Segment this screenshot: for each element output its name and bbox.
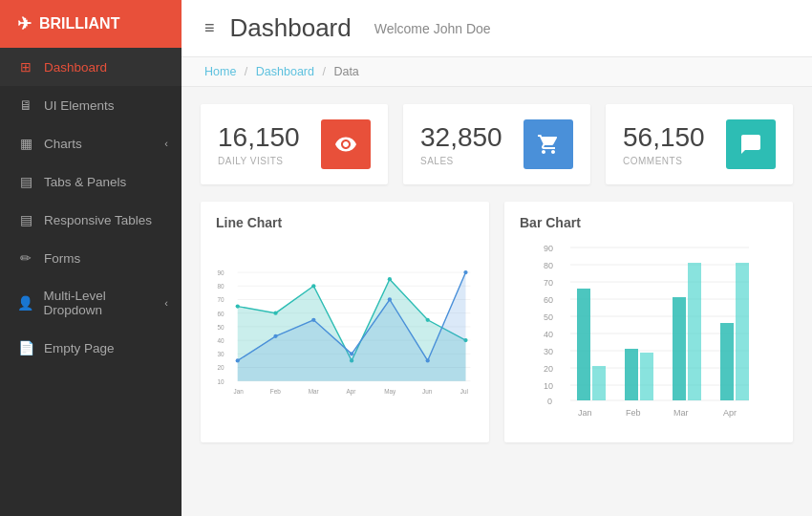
chevron-right-icon: ‹ — [164, 138, 168, 149]
breadcrumb-home[interactable]: Home — [204, 65, 236, 78]
page-title: Dashboard — [230, 13, 352, 43]
stat-info-sales: 32,850 SALES — [420, 122, 502, 166]
bar-chart-card: Bar Chart 9 — [504, 202, 793, 442]
x-label-jun: Jun — [422, 388, 433, 395]
line-chart-area: 90 80 70 60 50 40 30 20 10 — [216, 238, 474, 429]
bar-y-0: 0 — [547, 397, 552, 406]
y-label-30: 30 — [217, 351, 224, 357]
dot2 — [311, 318, 315, 322]
x-label-jan: Jan — [233, 388, 244, 395]
y-label-70: 70 — [217, 296, 224, 303]
line-chart-title: Line Chart — [216, 215, 474, 230]
sidebar-label-tabs-panels: Tabs & Panels — [44, 175, 126, 189]
sidebar-label-ui-elements: UI Elements — [44, 98, 115, 113]
sidebar-item-multi-level[interactable]: 👤 Multi-Level Dropdown ‹ — [0, 277, 182, 329]
bar-apr-s2 — [736, 263, 749, 400]
bar-y-50: 50 — [544, 312, 553, 322]
stat-icon-visits — [321, 119, 371, 169]
sidebar-label-forms: Forms — [44, 251, 80, 266]
stat-card-visits: 16,150 DAILY VISITS — [201, 104, 388, 184]
sidebar-item-responsive-tables[interactable]: ▤ Responsive Tables — [0, 201, 182, 239]
y-label-50: 50 — [217, 324, 224, 331]
breadcrumb-sep-2: / — [322, 65, 325, 78]
bar-feb-s1 — [625, 349, 638, 400]
bar-chart-area: 90 80 70 60 50 40 30 20 10 0 — [520, 238, 778, 429]
dot2 — [236, 358, 240, 362]
x-label-jul: Jul — [460, 388, 468, 395]
content-area: 16,150 DAILY VISITS 32,850 SALES — [182, 87, 812, 516]
breadcrumb: Home / Dashboard / Data — [182, 57, 812, 87]
tables-icon: ▤ — [17, 212, 34, 227]
stat-card-comments: 56,150 COMMENTS — [606, 104, 793, 184]
welcome-text: Welcome John Doe — [374, 21, 491, 36]
multi-level-icon: 👤 — [17, 295, 33, 311]
charts-icon: ▦ — [17, 136, 34, 151]
stat-number-sales: 32,850 — [420, 122, 502, 153]
sidebar-label-responsive-tables: Responsive Tables — [44, 213, 152, 227]
bar-y-10: 10 — [544, 381, 553, 391]
x-label-mar: Mar — [309, 388, 320, 395]
stats-row: 16,150 DAILY VISITS 32,850 SALES — [201, 104, 793, 184]
dot — [236, 304, 240, 308]
bar-mar-s2 — [688, 263, 701, 400]
bar-y-70: 70 — [544, 278, 553, 288]
dot — [388, 277, 392, 281]
sidebar-item-tabs-panels[interactable]: ▤ Tabs & Panels — [0, 162, 182, 201]
header: ≡ Dashboard Welcome John Doe — [182, 0, 812, 57]
stat-label-visits: DAILY VISITS — [218, 156, 300, 166]
y-label-90: 90 — [217, 269, 224, 276]
app-name: BRILLIANT — [39, 15, 119, 32]
cart-icon — [537, 133, 560, 156]
y-label-20: 20 — [217, 364, 224, 371]
forms-icon: ✏ — [17, 250, 34, 266]
dot2 — [273, 334, 277, 338]
chevron-right-icon-2: ‹ — [164, 297, 168, 309]
bar-jan-s1 — [577, 289, 590, 400]
bar-x-feb: Feb — [626, 408, 641, 418]
sidebar-label-charts: Charts — [44, 137, 82, 151]
x-label-may: May — [384, 388, 396, 396]
hamburger-icon[interactable]: ≡ — [204, 18, 215, 38]
bar-x-apr: Apr — [723, 408, 737, 418]
sidebar: ✈ BRILLIANT ⊞ Dashboard 🖥 UI Elements ▦ … — [0, 0, 182, 516]
bar-jan-s2 — [592, 366, 606, 400]
stat-icon-comments — [726, 119, 776, 169]
dot2 — [426, 358, 430, 362]
dot — [311, 284, 315, 288]
y-label-10: 10 — [217, 378, 224, 385]
bar-y-90: 90 — [544, 244, 553, 253]
line-chart-svg: 90 80 70 60 50 40 30 20 10 — [216, 238, 474, 429]
line-chart-card: Line Chart 90 — [201, 202, 489, 442]
dot — [426, 318, 430, 322]
sidebar-item-dashboard[interactable]: ⊞ Dashboard — [0, 48, 182, 86]
bar-x-jan: Jan — [578, 408, 592, 418]
tabs-icon: ▤ — [17, 174, 34, 189]
bar-feb-s2 — [640, 353, 653, 400]
sidebar-item-charts[interactable]: ▦ Charts ‹ — [0, 124, 182, 162]
stat-number-comments: 56,150 — [623, 122, 705, 153]
bar-y-80: 80 — [544, 261, 553, 270]
sidebar-logo[interactable]: ✈ BRILLIANT — [0, 0, 182, 48]
sidebar-label-dashboard: Dashboard — [44, 60, 107, 75]
sidebar-item-forms[interactable]: ✏ Forms — [0, 239, 182, 277]
stat-label-sales: SALES — [420, 156, 502, 166]
charts-row: Line Chart 90 — [201, 202, 793, 442]
dot — [273, 312, 277, 315]
dot2 — [350, 352, 353, 355]
sidebar-label-empty-page: Empty Page — [44, 341, 115, 355]
sidebar-item-empty-page[interactable]: 📄 Empty Page — [0, 329, 182, 367]
breadcrumb-sep-1: / — [245, 65, 247, 78]
bar-y-40: 40 — [544, 330, 553, 339]
bar-y-20: 20 — [544, 364, 553, 374]
y-label-40: 40 — [217, 337, 224, 344]
sidebar-item-ui-elements[interactable]: 🖥 UI Elements — [0, 86, 182, 124]
comment-icon — [739, 133, 762, 156]
sidebar-label-multi-level: Multi-Level Dropdown — [43, 289, 164, 317]
dashboard-icon: ⊞ — [17, 59, 34, 75]
stat-number-visits: 16,150 — [218, 122, 300, 153]
empty-page-icon: 📄 — [17, 340, 34, 355]
stat-label-comments: COMMENTS — [623, 156, 705, 166]
bar-y-60: 60 — [544, 295, 553, 305]
breadcrumb-dashboard[interactable]: Dashboard — [256, 65, 314, 78]
y-label-80: 80 — [217, 283, 224, 290]
